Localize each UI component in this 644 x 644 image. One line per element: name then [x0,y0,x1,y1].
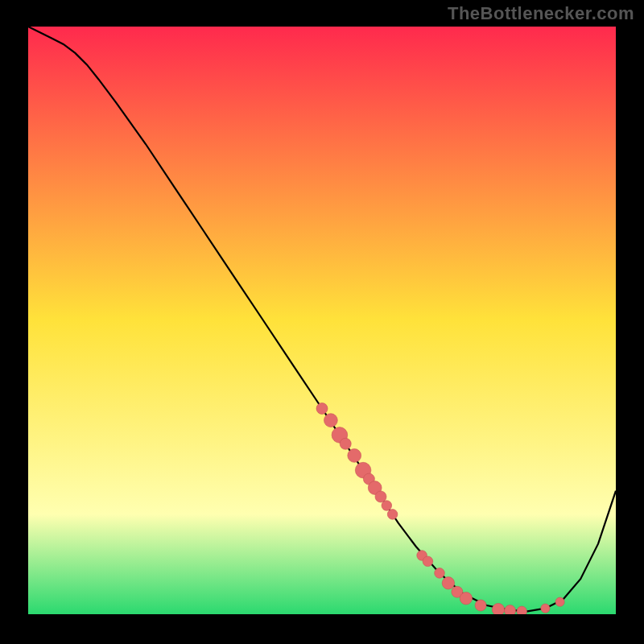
figure-container: TheBottlenecker.com [0,0,644,644]
watermark-text: TheBottlenecker.com [448,3,634,24]
data-marker [348,449,361,463]
data-marker [555,597,564,606]
data-marker [505,605,516,614]
data-marker [517,606,527,614]
chart-svg [28,27,616,614]
data-marker [324,414,338,427]
data-marker [541,604,550,613]
data-marker [492,604,504,615]
data-marker [475,600,486,611]
data-marker [423,556,433,567]
data-marker [435,568,445,579]
data-marker [382,501,392,511]
data-marker [387,510,398,520]
data-marker [340,438,351,449]
data-marker [460,592,472,605]
gradient-background [28,27,616,614]
chart-bottleneck-curve [28,27,616,614]
data-marker [316,403,328,415]
data-marker [442,577,454,589]
